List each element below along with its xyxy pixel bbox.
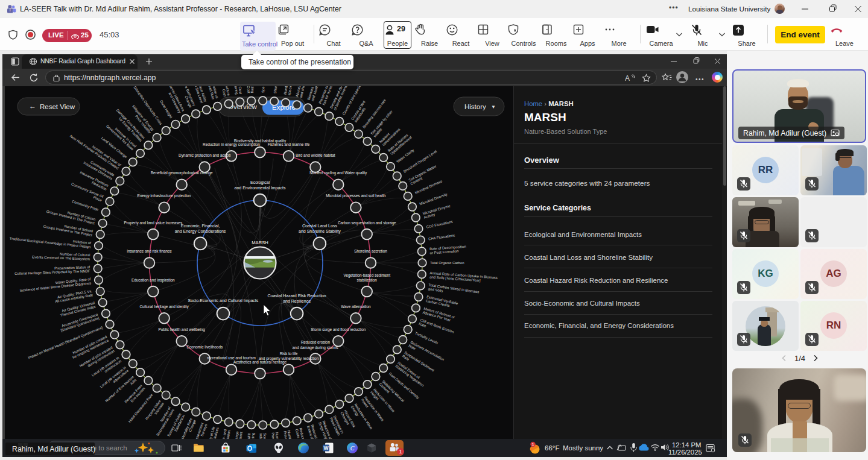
svg-text:Dynamic protection and adapti: Dynamic protection and adapti [179,153,230,158]
svg-text:History: History [464,103,486,110]
svg-text:Microbial processes and soil h: Microbial processes and soil health [326,194,386,198]
svg-text:A: A [625,74,630,83]
svg-text:Insurance and risk finance: Insurance and risk finance [127,249,172,253]
svg-text:T: T [9,8,11,12]
svg-text:Coastal Land Lossand Shoreline: Coastal Land Lossand Shoreline Stability [299,224,341,234]
svg-text:Fisheries and marine life: Fisheries and marine life [268,142,310,147]
svg-text:29: 29 [397,25,405,33]
svg-text:Species Richness: Species Richness [261,86,265,93]
svg-text:Shoreline accretion: Shoreline accretion [354,249,387,253]
svg-text:C: C [350,445,355,452]
svg-text:▼: ▼ [491,104,496,110]
svg-text:←: ← [29,102,36,110]
svg-text:Cultural heritage and identity: Cultural heritage and identity [139,304,189,309]
svg-text:Beneficial geomorphological ch: Beneficial geomorphological change [151,171,213,175]
svg-text:1: 1 [531,442,534,447]
svg-text:Nutrient cycling and Water qua: Nutrient cycling and Water quality [309,171,367,175]
svg-text:Energy infrastructure protecti: Energy infrastructure protection [138,194,192,198]
svg-text:Storm surge and flood reductio: Storm surge and flood reduction [311,327,366,332]
svg-text:Total Organic Carbon: Total Organic Carbon [430,261,464,265]
svg-text:Bird and wildlife habitat: Bird and wildlife habitat [296,153,335,157]
svg-text:Reduction in energy consumptio: Reduction in energy consumption [203,142,260,147]
svg-text:Surveys WithVisual Rating: Surveys WithVisual Rating [246,432,255,439]
svg-text:Property and land value increa: Property and land value increases [124,221,182,225]
svg-text:Public health and wellbeing: Public health and wellbeing [158,327,205,332]
svg-text:Economic, Financial,and Energy: Economic, Financial,and Energy Considera… [175,224,226,234]
svg-text:Aesthetics and natural heritag: Aesthetics and natural heritage [233,360,287,365]
svg-text:Socio-Economic and Cultural Im: Socio-Economic and Cultural Impacts [188,298,259,303]
svg-text:Scenic QualityIndices: Scenic QualityIndices [259,433,267,439]
svg-text:MARSH: MARSH [252,240,268,245]
svg-text:Wave attenuation: Wave attenuation [341,304,371,309]
svg-text:recreational use and tourism: recreational use and tourism [207,356,256,360]
svg-text:Economic livelihoods: Economic livelihoods [186,345,223,349]
svg-text:Carbon sequestration and stora: Carbon sequestration and storage [338,221,396,225]
svg-text:Education and inspiration: Education and inspiration [131,278,175,283]
svg-text:Reset View: Reset View [40,103,75,110]
svg-text:W: W [323,445,329,451]
